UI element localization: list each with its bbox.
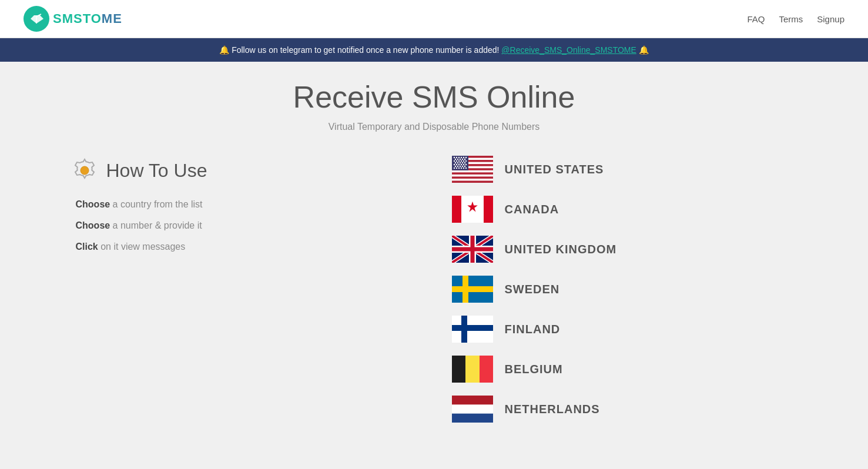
svg-rect-57 — [452, 356, 465, 383]
country-item-be[interactable]: BELGIUM — [452, 356, 810, 383]
svg-point-35 — [465, 164, 466, 165]
country-name: NETHERLANDS — [505, 403, 600, 416]
country-list: UNITED STATES CANADA UNITED KINGDOM SWED… — [452, 156, 810, 423]
svg-point-38 — [459, 166, 460, 167]
svg-point-24 — [465, 160, 466, 162]
svg-point-8 — [453, 157, 454, 158]
svg-point-29 — [464, 162, 465, 163]
logo-icon — [24, 6, 49, 32]
svg-rect-53 — [452, 286, 493, 292]
nav-faq[interactable]: FAQ — [747, 14, 765, 24]
country-name: UNITED KINGDOM — [505, 243, 617, 256]
svg-point-28 — [461, 162, 463, 163]
svg-rect-61 — [452, 396, 493, 404]
svg-point-26 — [457, 162, 458, 163]
nav-signup[interactable]: Signup — [817, 14, 844, 24]
svg-point-39 — [461, 166, 463, 167]
svg-point-37 — [457, 166, 458, 167]
country-item-se[interactable]: SWEDEN — [452, 276, 810, 303]
header: SMSTOME FAQ Terms Signup — [0, 0, 868, 38]
country-item-ca[interactable]: CANADA — [452, 196, 810, 223]
svg-rect-56 — [452, 325, 493, 331]
left-column: How To Use Choose a country from the lis… — [35, 156, 428, 423]
flag-ca — [452, 196, 493, 223]
country-item-gb[interactable]: UNITED KINGDOM — [452, 236, 810, 263]
svg-point-41 — [453, 168, 454, 169]
svg-point-22 — [460, 160, 461, 162]
flag-be — [452, 356, 493, 383]
country-name: BELGIUM — [505, 363, 563, 376]
country-item-nl[interactable]: NETHERLANDS — [452, 396, 810, 423]
step-item: Click on it view messages — [76, 242, 428, 252]
svg-point-20 — [455, 160, 457, 162]
steps-list: Choose a country from the listChoose a n… — [76, 199, 428, 252]
country-name: FINLAND — [505, 323, 561, 336]
flag-gb — [452, 236, 493, 263]
nav-terms[interactable]: Terms — [779, 14, 803, 24]
step-item: Choose a number & provide it — [76, 220, 428, 231]
nav: FAQ Terms Signup — [747, 14, 844, 24]
banner-suffix: 🔔 — [639, 45, 649, 55]
country-item-us[interactable]: UNITED STATES — [452, 156, 810, 183]
main-content: Receive SMS Online Virtual Temporary and… — [23, 62, 846, 446]
svg-rect-58 — [465, 356, 480, 383]
svg-point-33 — [460, 164, 461, 165]
svg-rect-4 — [452, 170, 493, 173]
svg-rect-48 — [452, 196, 461, 223]
logo[interactable]: SMSTOME — [24, 6, 122, 32]
svg-point-44 — [460, 168, 461, 169]
flag-us — [452, 156, 493, 183]
svg-point-17 — [461, 159, 463, 160]
svg-point-30 — [453, 164, 454, 165]
svg-point-18 — [464, 159, 465, 160]
svg-rect-62 — [452, 414, 493, 423]
logo-text: SMSTOME — [53, 11, 122, 26]
svg-point-43 — [458, 168, 459, 169]
country-name: CANADA — [505, 203, 559, 216]
svg-point-11 — [460, 157, 461, 158]
svg-point-10 — [458, 157, 459, 158]
step-item: Choose a country from the list — [76, 199, 428, 210]
svg-point-45 — [463, 168, 464, 169]
svg-point-14 — [454, 159, 455, 160]
country-name: UNITED STATES — [505, 163, 604, 176]
flag-nl — [452, 396, 493, 423]
svg-rect-49 — [484, 196, 493, 223]
svg-point-32 — [458, 164, 459, 165]
svg-point-40 — [464, 166, 465, 167]
flag-fi — [452, 316, 493, 343]
svg-rect-6 — [452, 179, 493, 181]
gear-icon — [70, 156, 99, 185]
country-item-fi[interactable]: FINLAND — [452, 316, 810, 343]
svg-point-36 — [454, 166, 455, 167]
content-columns: How To Use Choose a country from the lis… — [35, 156, 834, 423]
banner-text: 🔔 Follow us on telegram to get notified … — [219, 45, 499, 55]
svg-point-42 — [455, 168, 457, 169]
svg-point-9 — [455, 157, 457, 158]
svg-point-21 — [458, 160, 459, 162]
svg-point-31 — [455, 164, 457, 165]
svg-point-23 — [463, 160, 464, 162]
telegram-banner: 🔔 Follow us on telegram to get notified … — [0, 38, 868, 62]
svg-point-46 — [465, 168, 466, 169]
page-subtitle: Virtual Temporary and Disposable Phone N… — [35, 122, 834, 132]
svg-point-15 — [457, 159, 458, 160]
flag-se — [452, 276, 493, 303]
how-to-heading: How To Use — [106, 160, 207, 182]
svg-point-16 — [459, 159, 460, 160]
svg-point-27 — [459, 162, 460, 163]
svg-point-19 — [453, 160, 454, 162]
country-name: SWEDEN — [505, 283, 560, 296]
svg-point-13 — [465, 157, 466, 158]
svg-point-12 — [463, 157, 464, 158]
page-title: Receive SMS Online — [35, 79, 834, 115]
svg-point-25 — [454, 162, 455, 163]
svg-rect-59 — [480, 356, 493, 383]
how-to-title: How To Use — [70, 156, 428, 185]
banner-link[interactable]: @Receive_SMS_Online_SMSTOME — [501, 45, 636, 55]
svg-rect-5 — [452, 175, 493, 177]
svg-point-34 — [463, 164, 464, 165]
right-column: UNITED STATES CANADA UNITED KINGDOM SWED… — [452, 156, 834, 423]
